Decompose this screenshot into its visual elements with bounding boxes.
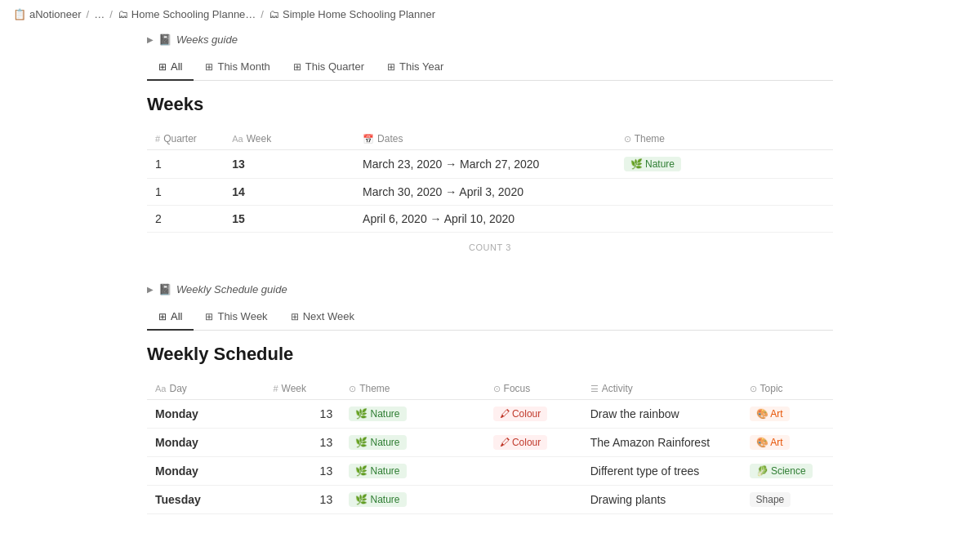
weeks-cell-dates-0: March 23, 2020 → March 27, 2020	[354, 150, 616, 179]
schedule-col-week-header: # Week	[265, 378, 341, 400]
weeks-col-theme-header: ⊙ Theme	[616, 128, 833, 150]
weeks-cell-quarter-2: 2	[147, 206, 224, 233]
weeks-tab-month[interactable]: ⊞ This Month	[194, 54, 281, 81]
weeks-col-quarter-icon: #	[155, 134, 160, 144]
schedule-tab-nextweek-label: Next Week	[303, 310, 354, 322]
weeks-guide-label: Weeks guide	[176, 33, 238, 46]
schedule-cell-topic-3: Shape	[742, 486, 833, 514]
weeks-cell-quarter-1: 1	[147, 179, 224, 206]
breadcrumb-icon-3: 🗂	[269, 8, 279, 20]
art-badge[interactable]: 🎨 Art	[750, 407, 790, 421]
schedule-table-row: Monday 13 🌿 Nature Different type of tre…	[147, 457, 833, 486]
schedule-guide-toggle[interactable]: ▶ 📓 Weekly Schedule guide	[147, 278, 833, 300]
schedule-cell-focus-2	[485, 457, 582, 486]
schedule-tab-thisweek-label: This Week	[217, 310, 267, 322]
weeks-guide-icon: 📓	[158, 33, 172, 46]
breadcrumb-parent[interactable]: Home Schooling Planne…	[131, 8, 256, 20]
weeks-tab-quarter-icon: ⊞	[293, 61, 301, 73]
weeks-tab-all-label: All	[171, 60, 182, 73]
nature-badge[interactable]: 🌿 Nature	[624, 157, 681, 171]
weeks-guide-toggle[interactable]: ▶ 📓 Weeks guide	[147, 29, 833, 51]
schedule-cell-activity-0: Draw the rainbow	[582, 400, 742, 429]
schedule-col-focus-header: ⊙ Focus	[485, 378, 582, 400]
nature-badge-3[interactable]: 🌿 Nature	[349, 492, 406, 507]
schedule-guide-icon: 📓	[158, 283, 172, 295]
weeks-cell-quarter-0: 1	[147, 150, 224, 179]
weeks-table-row: 1 14 March 30, 2020 → April 3, 2020	[147, 179, 833, 206]
breadcrumb-sep-1: /	[87, 8, 90, 20]
main-content: ▶ 📓 Weeks guide ⊞ All ⊞ This Month ⊞ Thi…	[0, 29, 980, 514]
schedule-tab-thisweek[interactable]: ⊞ This Week	[194, 304, 278, 331]
schedule-col-topic-header: ⊙ Topic	[742, 378, 833, 400]
weeks-tabs: ⊞ All ⊞ This Month ⊞ This Quarter ⊞ This…	[147, 54, 833, 81]
breadcrumb-sep-3: /	[261, 8, 264, 20]
schedule-cell-day-1: Monday	[147, 429, 265, 457]
art-badge[interactable]: 🎨 Art	[750, 435, 790, 450]
schedule-cell-topic-0: 🎨 Art	[742, 400, 833, 429]
schedule-cell-theme-1: 🌿 Nature	[341, 429, 484, 457]
section-divider	[147, 259, 833, 278]
schedule-cell-week-1: 13	[265, 429, 341, 457]
weeks-tab-quarter[interactable]: ⊞ This Quarter	[282, 54, 376, 81]
schedule-guide-arrow: ▶	[147, 285, 154, 294]
weeks-tab-year[interactable]: ⊞ This Year	[376, 54, 455, 81]
schedule-col-activity-header: ☰ Activity	[582, 378, 742, 400]
weeks-cell-dates-2: April 6, 2020 → April 10, 2020	[354, 206, 616, 233]
schedule-cell-week-2: 13	[265, 457, 341, 486]
weeks-cell-week-0[interactable]: 13	[224, 150, 354, 179]
weeks-col-theme-icon: ⊙	[624, 134, 631, 144]
weeks-count-row: COUNT 3	[147, 236, 833, 259]
breadcrumb-ellipsis[interactable]: …	[94, 8, 105, 20]
schedule-tab-nextweek-icon: ⊞	[291, 311, 299, 322]
weeks-cell-theme-1	[616, 179, 833, 206]
schedule-cell-focus-1: 🖍 Colour	[485, 429, 582, 457]
breadcrumb-icon-2: 🗂	[118, 8, 128, 20]
schedule-col-day-header: Aa Day	[147, 378, 265, 400]
weeks-col-week-header: Aa Week	[224, 128, 354, 150]
schedule-cell-day-2: Monday	[147, 457, 265, 486]
schedule-tabs: ⊞ All ⊞ This Week ⊞ Next Week	[147, 304, 833, 331]
weeks-cell-theme-2	[616, 206, 833, 233]
schedule-tab-all[interactable]: ⊞ All	[147, 304, 194, 331]
schedule-section-title: Weekly Schedule	[147, 344, 833, 365]
weeks-cell-week-1[interactable]: 14	[224, 179, 354, 206]
nature-badge-0[interactable]: 🌿 Nature	[349, 407, 406, 421]
weeks-cell-week-2[interactable]: 15	[224, 206, 354, 233]
colour-badge[interactable]: 🖍 Colour	[493, 435, 548, 450]
weeks-table: # Quarter Aa Week 📅 Dates	[147, 128, 833, 233]
colour-badge[interactable]: 🖍 Colour	[493, 407, 548, 421]
weeks-table-row: 1 13 March 23, 2020 → March 27, 2020 🌿 N…	[147, 150, 833, 179]
schedule-cell-theme-0: 🌿 Nature	[341, 400, 484, 429]
nature-badge-2[interactable]: 🌿 Nature	[349, 464, 406, 478]
schedule-cell-focus-3	[485, 486, 582, 514]
breadcrumb-sep-2: /	[109, 8, 113, 20]
weeks-section-title: Weeks	[147, 94, 833, 115]
schedule-table-row: Tuesday 13 🌿 Nature Drawing plants Shape	[147, 486, 833, 514]
schedule-tab-nextweek[interactable]: ⊞ Next Week	[279, 304, 366, 331]
science-badge[interactable]: 🥬 Science	[750, 464, 813, 478]
shape-badge[interactable]: Shape	[750, 492, 791, 507]
schedule-col-theme-header: ⊙ Theme	[341, 378, 484, 400]
schedule-table: Aa Day # Week ⊙ Theme	[147, 378, 833, 514]
nature-badge-1[interactable]: 🌿 Nature	[349, 435, 406, 450]
breadcrumb-icon-1: 📋	[13, 8, 26, 20]
schedule-tab-all-label: All	[171, 310, 182, 322]
breadcrumb-user[interactable]: aNotioneer	[29, 8, 82, 20]
weeks-tab-month-icon: ⊞	[205, 61, 213, 73]
schedule-cell-activity-3: Drawing plants	[582, 486, 742, 514]
breadcrumb-current: Simple Home Schooling Planner	[283, 8, 435, 20]
schedule-cell-theme-2: 🌿 Nature	[341, 457, 484, 486]
weeks-col-week-icon: Aa	[232, 134, 243, 144]
weeks-col-dates-icon: 📅	[363, 134, 374, 144]
weeks-cell-theme-0: 🌿 Nature	[616, 150, 833, 179]
weeks-tab-all[interactable]: ⊞ All	[147, 54, 194, 81]
schedule-cell-topic-1: 🎨 Art	[742, 429, 833, 457]
weeks-guide-arrow: ▶	[147, 35, 154, 44]
weeks-tab-quarter-label: This Quarter	[305, 60, 364, 73]
weeks-tab-year-label: This Year	[399, 60, 443, 73]
schedule-tab-all-icon: ⊞	[158, 311, 167, 322]
schedule-cell-week-0: 13	[265, 400, 341, 429]
weeks-cell-dates-1: March 30, 2020 → April 3, 2020	[354, 179, 616, 206]
schedule-cell-activity-2: Different type of trees	[582, 457, 742, 486]
weeks-count-value: 3	[506, 242, 511, 252]
